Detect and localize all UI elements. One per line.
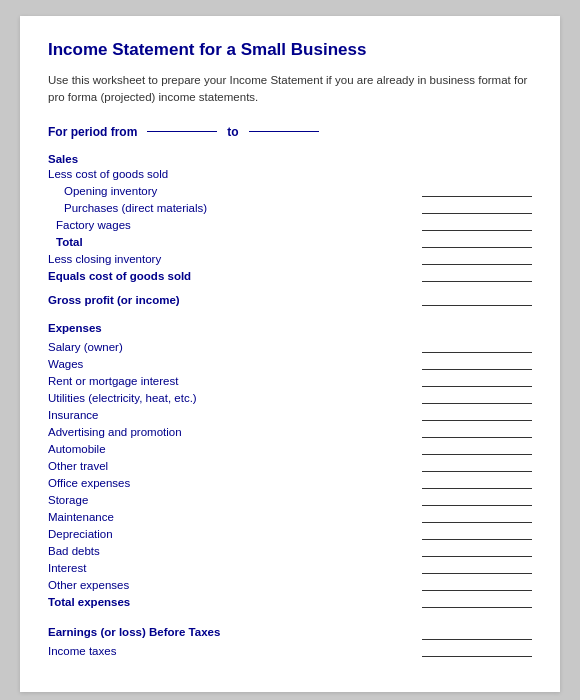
bad-debts-label: Bad debts (48, 545, 100, 557)
total-label: Total (56, 236, 83, 248)
maintenance-label: Maintenance (48, 511, 114, 523)
equals-cost-input[interactable] (422, 268, 532, 282)
storage-input[interactable] (422, 492, 532, 506)
opening-inventory-label: Opening inventory (64, 185, 157, 197)
office-expenses-input[interactable] (422, 475, 532, 489)
page-title: Income Statement for a Small Business (48, 40, 532, 60)
income-taxes-row: Income taxes (48, 643, 532, 657)
other-expenses-label: Other expenses (48, 579, 129, 591)
advertising-label: Advertising and promotion (48, 426, 182, 438)
opening-inventory-input[interactable] (422, 183, 532, 197)
period-from-label: For period from (48, 125, 137, 139)
equals-cost-label: Equals cost of goods sold (48, 270, 191, 282)
insurance-input[interactable] (422, 407, 532, 421)
interest-row: Interest (48, 560, 532, 574)
advertising-input[interactable] (422, 424, 532, 438)
purchases-row: Purchases (direct materials) (48, 200, 532, 214)
other-travel-input[interactable] (422, 458, 532, 472)
income-statement-page: Income Statement for a Small Business Us… (20, 16, 560, 692)
total-expenses-row: Total expenses (48, 594, 532, 608)
depreciation-input[interactable] (422, 526, 532, 540)
salary-label: Salary (owner) (48, 341, 123, 353)
purchases-input[interactable] (422, 200, 532, 214)
wages-label: Wages (48, 358, 83, 370)
automobile-row: Automobile (48, 441, 532, 455)
other-travel-row: Other travel (48, 458, 532, 472)
office-expenses-row: Office expenses (48, 475, 532, 489)
opening-inventory-row: Opening inventory (48, 183, 532, 197)
earnings-row: Earnings (or loss) Before Taxes (48, 620, 532, 640)
expenses-header-row: Expenses (48, 316, 532, 336)
sales-row: Sales (48, 153, 532, 165)
storage-row: Storage (48, 492, 532, 506)
other-travel-label: Other travel (48, 460, 108, 472)
factory-wages-row: Factory wages (48, 217, 532, 231)
depreciation-row: Depreciation (48, 526, 532, 540)
interest-input[interactable] (422, 560, 532, 574)
automobile-label: Automobile (48, 443, 106, 455)
automobile-input[interactable] (422, 441, 532, 455)
storage-label: Storage (48, 494, 88, 506)
office-expenses-label: Office expenses (48, 477, 130, 489)
earnings-input[interactable] (422, 626, 532, 640)
sales-label: Sales (48, 153, 78, 165)
insurance-row: Insurance (48, 407, 532, 421)
expenses-label: Expenses (48, 322, 102, 334)
wages-input[interactable] (422, 356, 532, 370)
wages-row: Wages (48, 356, 532, 370)
rent-row: Rent or mortgage interest (48, 373, 532, 387)
total-input[interactable] (422, 234, 532, 248)
total-expenses-input[interactable] (422, 594, 532, 608)
period-to-label: to (227, 125, 238, 139)
salary-row: Salary (owner) (48, 339, 532, 353)
factory-wages-label: Factory wages (56, 219, 131, 231)
less-closing-row: Less closing inventory (48, 251, 532, 265)
less-closing-label: Less closing inventory (48, 253, 161, 265)
income-taxes-label: Income taxes (48, 645, 116, 657)
period-from-line (147, 131, 217, 132)
gross-profit-label: Gross profit (or income) (48, 294, 180, 306)
income-taxes-input[interactable] (422, 643, 532, 657)
utilities-row: Utilities (electricity, heat, etc.) (48, 390, 532, 404)
less-closing-input[interactable] (422, 251, 532, 265)
maintenance-input[interactable] (422, 509, 532, 523)
gross-profit-input[interactable] (422, 292, 532, 306)
total-row: Total (48, 234, 532, 248)
purchases-label: Purchases (direct materials) (64, 202, 207, 214)
less-cost-row: Less cost of goods sold (48, 168, 532, 180)
other-expenses-row: Other expenses (48, 577, 532, 591)
insurance-label: Insurance (48, 409, 99, 421)
utilities-input[interactable] (422, 390, 532, 404)
rent-input[interactable] (422, 373, 532, 387)
salary-input[interactable] (422, 339, 532, 353)
rent-label: Rent or mortgage interest (48, 375, 178, 387)
maintenance-row: Maintenance (48, 509, 532, 523)
less-cost-label: Less cost of goods sold (48, 168, 168, 180)
factory-wages-input[interactable] (422, 217, 532, 231)
period-to-line (249, 131, 319, 132)
other-expenses-input[interactable] (422, 577, 532, 591)
gross-profit-row: Gross profit (or income) (48, 292, 532, 306)
period-row: For period from to (48, 125, 532, 139)
earnings-label: Earnings (or loss) Before Taxes (48, 626, 220, 638)
equals-cost-row: Equals cost of goods sold (48, 268, 532, 282)
description-text: Use this worksheet to prepare your Incom… (48, 72, 532, 107)
interest-label: Interest (48, 562, 86, 574)
depreciation-label: Depreciation (48, 528, 113, 540)
advertising-row: Advertising and promotion (48, 424, 532, 438)
total-expenses-label: Total expenses (48, 596, 130, 608)
bad-debts-input[interactable] (422, 543, 532, 557)
bad-debts-row: Bad debts (48, 543, 532, 557)
utilities-label: Utilities (electricity, heat, etc.) (48, 392, 197, 404)
